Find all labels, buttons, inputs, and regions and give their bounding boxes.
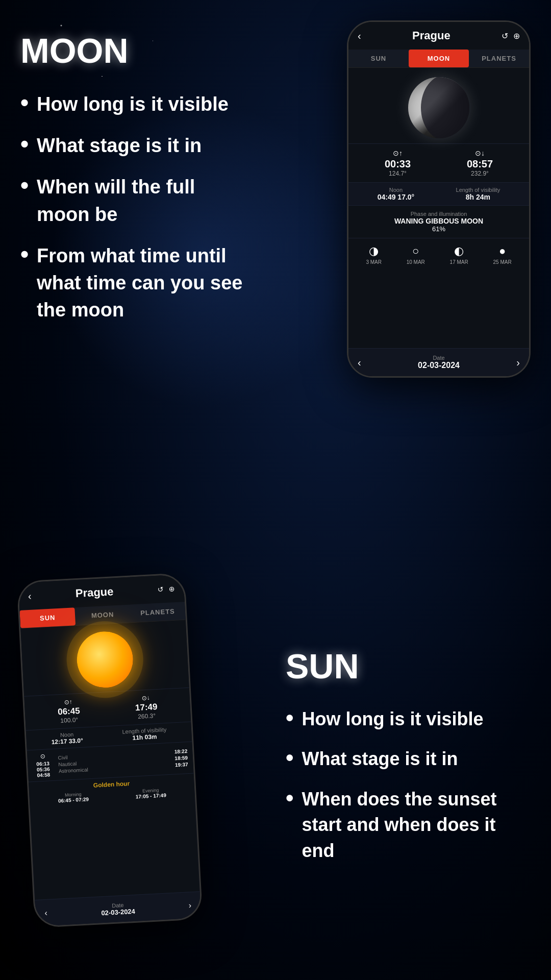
twilight-times-col: 06:13 05:36 04:58 [36, 761, 50, 778]
sun-back-button[interactable]: ‹ [28, 590, 32, 602]
moon-phase-section: Phase and illumination WANING GIBBOUS MO… [348, 205, 529, 238]
back-button[interactable]: ‹ [358, 30, 361, 42]
morning-value: 06:45 - 07:29 [58, 796, 89, 803]
phase-name: WANING GIBBOUS MOON [354, 217, 524, 225]
sun-noon-value: 12:17 33.0° [51, 737, 83, 746]
moon-bullet-3: When will the full moon be [20, 174, 245, 228]
moon-date-value: 02-03-2024 [418, 361, 460, 370]
sun-refresh-icon[interactable]: ↺ [157, 585, 164, 594]
phase-item-3: ◐ 17 MAR [450, 244, 468, 265]
sun-bullet-3: When does the sunset start and when does… [286, 787, 531, 864]
sun-text-section: SUN How long is it visible What stage is… [286, 646, 531, 878]
moon-date-nav: ‹ Date 02-03-2024 › [348, 348, 529, 376]
moon-visibility: Length of visibility 8h 24m [456, 187, 500, 201]
moon-bullet-1: How long is it visible [20, 91, 245, 118]
sun-tab-sun[interactable]: SUN [19, 607, 76, 628]
sun-tab-planets[interactable]: PLANETS [130, 602, 186, 623]
refresh-icon[interactable]: ↺ [502, 31, 508, 41]
sun-with-rays [76, 630, 135, 689]
phase-label: Phase and illumination [354, 211, 524, 217]
tab-moon[interactable]: MOON [409, 50, 469, 67]
moon-image-section [348, 68, 529, 143]
phase-illumination: 61% [354, 225, 524, 233]
visibility-label: Length of visibility [456, 187, 500, 193]
sun-rise-icon: ⊙↑ [57, 698, 80, 706]
moon-city-title: Prague [412, 29, 450, 42]
astro-dusk-time: 19:37 [175, 762, 188, 768]
tab-planets[interactable]: PLANETS [469, 50, 529, 67]
phase-icon-3: ◐ [450, 244, 468, 258]
dusk-time: 18:22 [174, 748, 187, 754]
sun-image-section [20, 620, 189, 696]
tab-sun[interactable]: SUN [348, 50, 409, 67]
civil-label: Civil [58, 753, 87, 761]
sun-set-degrees: 260.3° [136, 712, 158, 720]
moon-phone-mockup: ‹ Prague ↺ ⊕ SUN MOON PLANETS ⊙↑ 00:33 1… [347, 20, 531, 378]
moon-shadow-effect [421, 77, 469, 138]
twilight-labels: Civil Nautical Astronomical [58, 753, 88, 774]
moon-rise: ⊙↑ 00:33 124.7° [385, 149, 411, 177]
moon-header-icons: ↺ ⊕ [502, 31, 520, 41]
location-icon[interactable]: ⊕ [513, 31, 520, 41]
moon-date-center: Date 02-03-2024 [418, 355, 460, 370]
moon-rise-time: 00:33 [385, 158, 411, 170]
phase-date-1: 3 MAR [366, 259, 382, 265]
moon-rise-degrees: 124.7° [385, 170, 411, 177]
sun-rise: ⊙↑ 06:45 100.0° [57, 698, 81, 724]
phase-item-2: ○ 10 MAR [407, 244, 425, 265]
astro-dawn-time: 04:58 [37, 772, 50, 778]
sun-date-center: Date 02-03-2024 [101, 901, 135, 917]
nautical-dusk-time: 18:59 [174, 755, 188, 761]
sun-city-title: Prague [75, 585, 114, 600]
sun-date-value: 02-03-2024 [101, 908, 135, 917]
sun-phone-mockup: ‹ Prague ↺ ⊕ SUN MOON PLANETS ⊙↑ 06:45 [16, 573, 203, 928]
moon-set-time: 08:57 [467, 158, 493, 170]
evening-value: 17:05 - 17:49 [136, 792, 167, 799]
sun-noon: Noon 12:17 33.0° [51, 731, 83, 746]
moon-next-date[interactable]: › [516, 357, 520, 369]
sun-next-date[interactable]: › [188, 901, 191, 910]
svg-point-1 [61, 25, 62, 27]
sun-location-icon[interactable]: ⊕ [168, 584, 175, 593]
sun-rise-time: 06:45 [58, 706, 80, 717]
sun-prev-date[interactable]: ‹ [44, 908, 47, 917]
phase-date-2: 10 MAR [407, 259, 425, 265]
twilight-clock-icon: ⊙ [40, 753, 45, 761]
sun-bullet-list: How long is it visible What stage is it … [286, 706, 531, 864]
astronomical-label: Astronomical [59, 767, 88, 774]
visibility-value: 8h 24m [456, 193, 500, 201]
moon-bullet-2: What stage is it in [20, 132, 245, 159]
moon-times-row: ⊙↑ 00:33 124.7° ⊙↓ 08:57 232.9° [348, 143, 529, 182]
moon-phone-screen: ‹ Prague ↺ ⊕ SUN MOON PLANETS ⊙↑ 00:33 1… [348, 22, 529, 376]
sun-phone-screen: ‹ Prague ↺ ⊕ SUN MOON PLANETS ⊙↑ 06:45 [18, 574, 202, 926]
moon-noon: Noon 04:49 17.0° [378, 187, 415, 201]
moon-set-degrees: 232.9° [467, 170, 493, 177]
nautical-label: Nautical [58, 760, 88, 767]
sun-set: ⊙↓ 17:49 260.3° [135, 694, 158, 720]
moon-set: ⊙↓ 08:57 232.9° [467, 149, 493, 177]
twilight-icon-col: ⊙ 06:13 05:36 04:58 [32, 752, 54, 778]
golden-evening: Evening 17:05 - 17:49 [135, 787, 166, 799]
phase-icon-4: ● [493, 244, 511, 258]
golden-morning: Morning 06:45 - 07:29 [58, 791, 89, 803]
sun-set-time: 17:49 [135, 702, 157, 713]
moon-text-section: MOON How long is it visible What stage i… [20, 31, 245, 338]
moon-date-label: Date [418, 355, 460, 361]
sun-bullet-2: What stage is it in [286, 746, 531, 772]
moon-image [408, 77, 469, 138]
sun-rise-degrees: 100.0° [58, 716, 81, 724]
phase-item-1: ◑ 3 MAR [366, 244, 382, 265]
moon-phases-row: ◑ 3 MAR ○ 10 MAR ◐ 17 MAR ● 25 MAR [348, 238, 529, 271]
noon-value: 04:49 17.0° [378, 193, 415, 201]
phase-date-3: 17 MAR [450, 259, 468, 265]
sun-header-icons: ↺ ⊕ [157, 584, 175, 594]
sun-set-icon: ⊙↓ [135, 694, 157, 702]
moon-app-header: ‹ Prague ↺ ⊕ [348, 22, 529, 50]
moon-prev-date[interactable]: ‹ [358, 357, 361, 369]
moon-info-row: Noon 04:49 17.0° Length of visibility 8h… [348, 182, 529, 205]
sun-visibility: Length of visibility 11h 03m [122, 726, 167, 742]
phase-icon-1: ◑ [366, 244, 382, 258]
sun-bullet-1: How long is it visible [286, 706, 531, 732]
sun-title: SUN [286, 646, 531, 686]
moon-bullet-list: How long is it visible What stage is it … [20, 91, 245, 324]
